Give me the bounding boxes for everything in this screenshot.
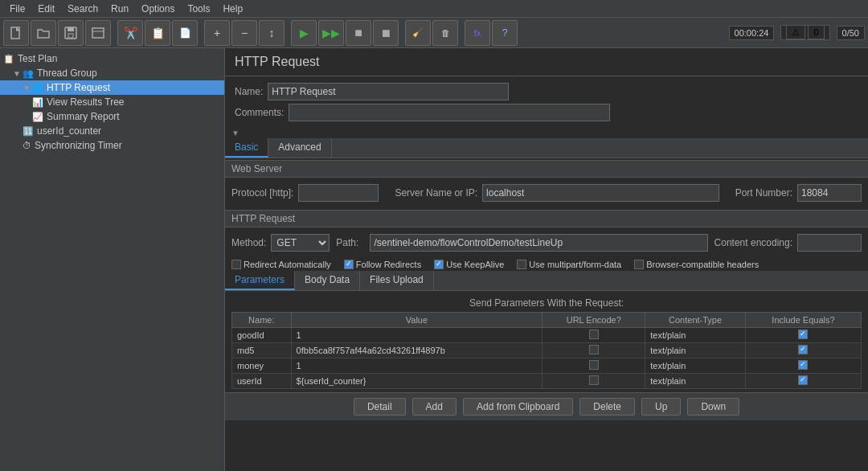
param-url-encode[interactable] [542,358,645,374]
protocol-input[interactable] [298,184,379,202]
browser-compat-check[interactable]: Browser-compatible headers [634,260,759,269]
multipart-label: Use multipart/form-data [529,260,621,269]
add-button[interactable]: Add [412,398,457,416]
path-input[interactable] [370,234,707,252]
param-name: userId [232,374,292,389]
paste-button[interactable]: 📄 [172,20,198,46]
menu-help[interactable]: Help [216,2,249,16]
param-content-type: text/plain [645,328,746,343]
new-button[interactable] [3,20,29,46]
tree-item-test-plan[interactable]: 📋 Test Plan [0,51,224,66]
table-row[interactable]: userId ${userId_counter} text/plain [232,374,862,389]
param-include-equals[interactable] [745,374,861,389]
param-url-encode[interactable] [542,374,645,389]
menu-search[interactable]: Search [61,2,104,16]
add-from-clipboard-button[interactable]: Add from Clipboard [463,398,573,416]
multipart-checkbox[interactable] [517,260,526,269]
protocol-label: Protocol [http]: [231,187,293,199]
menu-edit[interactable]: Edit [31,2,61,16]
name-input[interactable] [268,83,509,100]
clear-button[interactable]: 🧹 [405,20,431,46]
open-button[interactable] [31,20,56,46]
menu-file[interactable]: File [3,2,31,16]
redirect-label: Redirect Automatically [244,260,331,269]
url-encode-checkbox[interactable] [589,375,599,385]
method-select[interactable]: GET POST PUT DELETE [271,234,330,252]
expand-button[interactable]: + [204,20,230,46]
svg-rect-3 [68,34,73,38]
collapse-button[interactable]: − [231,20,257,46]
include-equals-checkbox[interactable] [798,360,808,370]
encoding-input[interactable] [797,234,862,252]
param-include-equals[interactable] [745,343,861,358]
stop-button[interactable]: ■ [346,20,371,46]
url-encode-checkbox[interactable] [589,360,599,370]
collapse-arrow: ▼ [23,84,31,92]
comments-input[interactable] [289,104,610,121]
param-include-equals[interactable] [745,328,861,343]
comments-label: Comments: [235,107,284,118]
table-row[interactable]: md5 0fbb5ca8f757af44a62cd43261ff4897b te… [232,343,862,358]
server-label: Server Name or IP: [395,187,477,199]
save-button[interactable] [58,20,84,46]
include-equals-checkbox[interactable] [798,375,808,385]
follow-redirect-check[interactable]: Follow Redirects [344,260,421,269]
keepalive-check[interactable]: Use KeepAlive [434,260,504,269]
server-input[interactable] [482,184,719,202]
start-no-pause-button[interactable]: ▶▶ [318,20,344,46]
param-url-encode[interactable] [542,328,645,343]
table-row[interactable]: goodId 1 text/plain [232,328,862,343]
tree-item-http-request[interactable]: ▼ 🌐 HTTP Request [0,80,224,95]
start-button[interactable]: ▶ [291,20,317,46]
keepalive-checkbox[interactable] [434,260,444,269]
collapse-section[interactable]: ▼ [225,128,868,138]
url-encode-checkbox[interactable] [589,345,599,354]
menu-tools[interactable]: Tools [181,2,216,16]
tab-body-data[interactable]: Body Data [295,271,360,290]
follow-redirect-checkbox[interactable] [344,260,354,269]
clear-all-button[interactable]: 🗑 [432,20,458,46]
url-encode-checkbox[interactable] [589,330,599,339]
counter-icon: 🔢 [23,126,34,137]
menu-run[interactable]: Run [104,2,135,16]
tab-parameters[interactable]: Parameters [225,271,295,290]
template-button[interactable] [85,20,111,46]
svg-rect-2 [68,27,74,31]
param-include-equals[interactable] [745,358,861,374]
browser-compat-checkbox[interactable] [634,260,644,269]
table-row[interactable]: money 1 text/plain [232,358,862,374]
menu-options[interactable]: Options [135,2,181,16]
tree-item-thread-group[interactable]: ▼ 👥 Thread Group [0,66,224,80]
http-request-icon: 🌐 [32,83,43,93]
tree-item-sync-timer[interactable]: ⏱ Synchronizing Timer [0,138,224,153]
toggle-button[interactable]: ↕ [259,20,285,46]
copy-button[interactable]: 📋 [145,20,170,46]
multipart-check[interactable]: Use multipart/form-data [517,260,621,269]
encoding-label: Content encoding: [714,237,792,248]
cut-button[interactable]: ✂️ [117,20,143,46]
redirect-check[interactable]: Redirect Automatically [231,260,331,269]
tree-item-view-results[interactable]: 📊 View Results Tree [0,95,224,109]
redirect-checkbox[interactable] [231,260,241,269]
method-row: Method: GET POST PUT DELETE Path: Conten… [231,234,862,252]
tab-advanced[interactable]: Advanced [268,138,331,158]
include-equals-checkbox[interactable] [798,345,808,354]
tab-basic[interactable]: Basic [225,138,268,158]
function-helper-button[interactable]: fx [465,20,490,46]
delete-button[interactable]: Delete [579,398,635,416]
tab-files-upload[interactable]: Files Upload [360,271,434,290]
param-content-type: text/plain [645,374,746,389]
up-button[interactable]: Up [641,398,681,416]
down-button[interactable]: Down [687,398,739,416]
port-input[interactable] [797,184,862,202]
test-plan-icon: 📋 [3,54,14,64]
right-panel: HTTP Request Name: Comments: ▼ Basic Adv… [225,48,868,471]
detail-button[interactable]: Detail [354,398,406,416]
tree-item-summary-report[interactable]: 📈 Summary Report [0,109,224,124]
shutdown-button[interactable]: ⏹ [373,20,399,46]
param-value: 0fbb5ca8f757af44a62cd43261ff4897b [291,343,542,358]
include-equals-checkbox[interactable] [798,330,808,339]
help-button[interactable]: ? [492,20,518,46]
param-url-encode[interactable] [542,343,645,358]
tree-item-userid-counter[interactable]: 🔢 userId_counter [0,124,224,138]
